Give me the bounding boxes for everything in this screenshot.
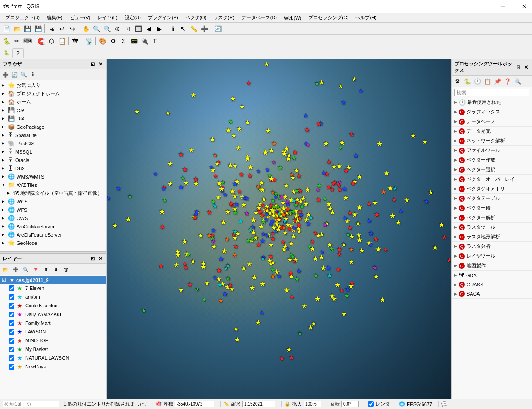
atlas-button[interactable]: 🗺 — [71, 36, 80, 46]
text-annotation-button[interactable]: T — [150, 36, 160, 46]
maximize-button[interactable]: □ — [509, 2, 518, 11]
browser-close-button[interactable]: ✕ — [97, 61, 104, 68]
menu-item-menu-database[interactable]: データベース(D) — [238, 14, 280, 22]
zoom-selection-button[interactable]: 🔲 — [133, 24, 143, 34]
pan-tool[interactable]: ✋ — [81, 24, 91, 34]
legend-item-checkbox[interactable] — [9, 320, 14, 326]
browser-tree-item[interactable]: ▶💾C:¥ — [0, 106, 106, 114]
processing-button[interactable]: ⚙ — [108, 36, 118, 46]
layers-remove-button[interactable]: 🗑 — [61, 265, 71, 274]
new-project-button[interactable]: 📄 — [2, 24, 11, 34]
tool-category-item[interactable]: ▶QSAGA — [452, 289, 532, 299]
tool-category-item[interactable]: ▶Qラスタ地形解析 — [452, 232, 532, 242]
close-button[interactable]: ✕ — [520, 2, 529, 11]
browser-tree-item[interactable]: ▶🗄SpatiaLite — [0, 131, 106, 139]
browser-tree-item[interactable]: ▶🐘PostGIS — [0, 139, 106, 148]
legend-item[interactable]: ★am/pm — [0, 292, 106, 301]
digitize-button[interactable]: ✏ — [12, 36, 22, 46]
browser-refresh-button[interactable]: 🔄 — [10, 70, 19, 79]
browser-tree-item[interactable]: ▶🌐OWS — [0, 214, 106, 222]
browser-tree-item[interactable]: ▶🗄MSSQL — [0, 148, 106, 156]
layers-add-button[interactable]: ➕ — [11, 265, 20, 274]
menu-item-menu-processing[interactable]: プロセッシング(C) — [305, 14, 352, 22]
browser-filter-button[interactable]: 🔍 — [19, 70, 28, 79]
print-button[interactable]: 🖨 — [47, 24, 56, 34]
menu-item-menu-view[interactable]: ビュー(V) — [66, 14, 94, 22]
tool-category-item[interactable]: ▶Qラスタ分析 — [452, 242, 532, 251]
browser-tree-item[interactable]: ▶🌐ArcGisMapServer — [0, 222, 106, 230]
browser-float-button[interactable]: ⊡ — [89, 61, 96, 68]
tool-category-item[interactable]: ▶Qベクタジオメトリ — [452, 184, 532, 194]
zoom-layer-button[interactable]: ⊡ — [123, 24, 133, 34]
menu-item-menu-vector[interactable]: ベクタ(O) — [182, 14, 210, 22]
legend-item-checkbox[interactable] — [9, 364, 14, 370]
refresh-button[interactable]: 🔄 — [213, 24, 222, 34]
undo-button[interactable]: ↩ — [57, 24, 67, 34]
toolbox-history-button[interactable]: 🕐 — [473, 76, 482, 86]
zoom-prev-button[interactable]: ◀ — [144, 24, 153, 34]
legend-item-checkbox[interactable] — [9, 338, 14, 344]
zoom-in-button[interactable]: 🔍 — [92, 24, 101, 34]
layers-close-button[interactable]: ✕ — [97, 255, 104, 262]
style-manager-button[interactable]: 🎨 — [98, 36, 107, 46]
tool-category-item[interactable]: ▶Qベクタテーブル — [452, 194, 532, 203]
menu-item-menu-project[interactable]: プロジェクト(J) — [2, 14, 43, 22]
snap-button[interactable]: 🧲 — [36, 36, 46, 46]
tool-category-item[interactable]: ▶Qベクター般 — [452, 203, 532, 213]
toolbox-close-button[interactable]: ✕ — [522, 64, 529, 71]
tool-category-item[interactable]: ▶Qベクター選択 — [452, 165, 532, 175]
node-tool[interactable]: ⬡ — [47, 36, 56, 46]
toolbox-results-button[interactable]: 📋 — [483, 76, 492, 86]
browser-tree-item[interactable]: ▶🏠プロジェクトホーム — [0, 89, 106, 98]
toolbox-refresh-button[interactable]: ⚙ — [453, 76, 462, 86]
tool-category-item[interactable]: ▶Qネットワーク解析 — [452, 136, 532, 146]
toolbox-python-button[interactable]: 🐍 — [463, 76, 472, 86]
browser-tree-item[interactable]: ▶🗺地理院タイル（空中写真・衛星画像） — [5, 189, 106, 197]
legend-item-checkbox[interactable] — [9, 347, 14, 352]
legend-item-checkbox[interactable] — [9, 329, 14, 335]
help-button[interactable]: ? — [12, 48, 24, 58]
statistics-button[interactable]: Σ — [119, 36, 128, 46]
legend-item-checkbox[interactable] — [9, 285, 14, 291]
tool-category-item[interactable]: ▶Qファイルツール — [452, 146, 532, 155]
legend-item[interactable]: ★Circle K sunkus — [0, 301, 106, 310]
menu-item-menu-help[interactable]: ヘルプ(H) — [352, 14, 380, 22]
legend-item[interactable]: ★LAWSON — [0, 327, 106, 336]
tool-category-item[interactable]: ▶Qラスタツール — [452, 223, 532, 232]
browser-tree-item[interactable]: ▶🌐WFS — [0, 206, 106, 214]
select-button[interactable]: ↖ — [178, 24, 188, 34]
save-project-button[interactable]: 💾 — [23, 24, 32, 34]
browser-tree-item[interactable]: ▶🗄DB2 — [0, 164, 106, 172]
toolbox-options-button[interactable]: 📌 — [493, 76, 502, 86]
tool-category-item[interactable]: ▶🗺GDAL — [452, 271, 532, 280]
legend-item-checkbox[interactable] — [9, 355, 14, 361]
identify-button[interactable]: ℹ — [168, 24, 177, 34]
status-search-input[interactable] — [3, 401, 59, 407]
coords-input[interactable] — [175, 401, 214, 407]
layers-filter2-button[interactable]: 🔻 — [31, 265, 41, 274]
tool-category-item[interactable]: ▶Qベクターオーバーレイ — [452, 175, 532, 184]
legend-item[interactable]: ★7-Eleven — [0, 284, 106, 292]
toolbox-float-button[interactable]: ⊡ — [515, 64, 522, 71]
legend-item[interactable]: ★NATURAL LAWSON — [0, 354, 106, 362]
legend-item[interactable]: ★My Basket — [0, 345, 106, 354]
legend-item[interactable]: ★NewDays — [0, 362, 106, 371]
toolbox-help-button[interactable]: ❓ — [503, 76, 512, 86]
python2-button[interactable]: 🐍 — [2, 48, 11, 58]
browser-tree-item[interactable]: ▶💾D:¥ — [0, 114, 106, 123]
tool-category-item[interactable]: ▶Qデータベース — [452, 117, 532, 127]
toolbox-search-button[interactable]: 🔍 — [513, 76, 522, 86]
layers-down-button[interactable]: ⬇ — [51, 265, 61, 274]
zoom-next-button[interactable]: ▶ — [154, 24, 164, 34]
tool-category-item[interactable]: ▶Qベクター作成 — [452, 155, 532, 165]
advanced-digitize-button[interactable]: ⌨ — [23, 36, 32, 46]
browser-tree-item[interactable]: ▶🌐WMS/WMTS — [0, 172, 106, 181]
legend-item[interactable]: ★Family Mart — [0, 319, 106, 327]
open-project-button[interactable]: 📂 — [12, 24, 22, 34]
browser-tree-item[interactable]: ▶🏠ホーム — [0, 98, 106, 106]
measure-button[interactable]: 📏 — [189, 24, 198, 34]
legend-item-checkbox[interactable] — [9, 303, 14, 309]
tool-category-item[interactable]: ▶🕐最近使用された — [452, 98, 532, 107]
plugin-button[interactable]: 🔌 — [140, 36, 149, 46]
redo-button[interactable]: ↪ — [68, 24, 77, 34]
